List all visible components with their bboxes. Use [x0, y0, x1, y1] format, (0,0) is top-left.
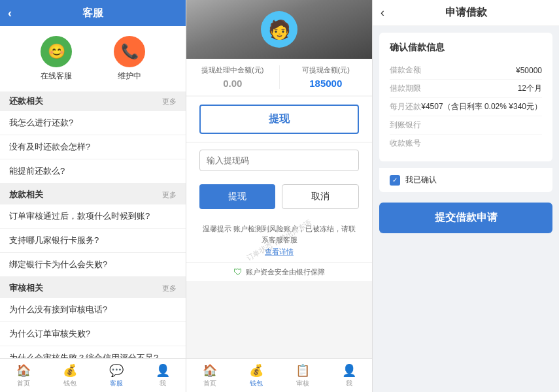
panel-customer-service: ‹ 客服 😊 在线客服 📞 维护中 还款相关 更多 我怎么进行还款? 没有及时还… — [0, 0, 186, 392]
withdraw-amounts-row: 提现处理中金额(元) 0.00 可提现金额(元) 185000 — [186, 59, 372, 95]
nav-item-cs[interactable]: 💬 客服 — [93, 359, 139, 392]
loan-header-title: 申请借款 — [445, 6, 487, 20]
cs-icons-area: 😊 在线客服 📞 维护中 — [0, 26, 186, 91]
withdraw-main-btn-area: 提现 — [186, 97, 372, 142]
withdraw-confirm-button[interactable]: 提现 — [199, 184, 275, 209]
faq-group-0: 还款相关 更多 我怎么进行还款? 没有及时还款会怎样? 能提前还款么? — [0, 91, 186, 184]
faq-item[interactable]: 支持哪几家银行卡服务? — [0, 229, 186, 253]
mid-nav-review[interactable]: 📋 审核 — [279, 359, 326, 392]
loan-account-label: 收款账号 — [390, 138, 421, 149]
cs-nav-icon: 💬 — [109, 363, 124, 378]
available-label: 可提现金额(元) — [302, 65, 350, 75]
faq-item[interactable]: 为什么会审核失败？综合信用评分不足? — [0, 346, 186, 358]
faq-group-header-1: 放款相关 更多 — [0, 185, 186, 204]
loan-header: ‹ 申请借款 — [373, 0, 559, 26]
loan-row-term: 借款期限 12个月 — [390, 80, 542, 98]
security-text: 账户资金安全由银行保障 — [246, 267, 325, 277]
loan-row-monthly: 每月还款 ¥4507（含日利率 0.02% ¥340元） — [390, 98, 542, 116]
faq-group-title-0: 还款相关 — [9, 95, 43, 107]
warning-text: 温馨提示 账户检测到风险账户，已被冻结，请联系客服客服 — [199, 223, 359, 245]
faq-group-1: 放款相关 更多 订单审核通过后，款项什么时候到账? 支持哪几家银行卡服务? 绑定… — [0, 185, 186, 277]
faq-item[interactable]: 绑定银行卡为什么会失败? — [0, 253, 186, 277]
cs-icon-maintenance[interactable]: 📞 维护中 — [114, 36, 145, 82]
middle-bottom-nav: 🏠 首页 💰 钱包 📋 审核 👤 我 — [186, 358, 372, 392]
nav-label-home: 首页 — [17, 379, 30, 388]
me-icon: 👤 — [342, 363, 356, 378]
faq-group-more-1[interactable]: 更多 — [162, 190, 177, 200]
left-panel-header: ‹ 客服 — [0, 0, 186, 26]
me-icon: 👤 — [156, 363, 170, 378]
online-cs-icon: 😊 — [41, 36, 72, 67]
wallet-header-image: 🧑 — [186, 0, 372, 59]
confirm-checkbox[interactable]: ✓ — [390, 175, 400, 186]
maintenance-cs-icon: 📞 — [114, 36, 145, 67]
faq-group-header-2: 审核相关 更多 — [0, 278, 186, 298]
maintenance-cs-label: 维护中 — [118, 71, 141, 82]
cs-icon-online[interactable]: 😊 在线客服 — [41, 36, 72, 82]
processing-value: 0.00 — [223, 78, 242, 89]
loan-monthly-value: ¥4507（含日利率 0.02% ¥340元） — [421, 101, 542, 112]
faq-group-header-0: 还款相关 更多 — [0, 91, 186, 111]
left-panel-title: 客服 — [82, 7, 103, 20]
nav-item-me[interactable]: 👤 我 — [139, 359, 186, 392]
loan-confirm-title: 确认借款信息 — [390, 42, 542, 54]
faq-item[interactable]: 为什么没有接到审核电话? — [0, 298, 186, 322]
home-icon: 🏠 — [16, 363, 31, 378]
left-bottom-nav: 🏠 首页 💰 钱包 💬 客服 👤 我 — [0, 358, 186, 392]
panel-loan-application: ‹ 申请借款 确认借款信息 借款金额 ¥50000 借款期限 12个月 每月还款… — [373, 0, 559, 392]
withdraw-action-buttons: 提现 取消 — [186, 178, 372, 216]
loan-checkbox-row: ✓ 我已确认 — [379, 168, 552, 192]
mid-nav-home[interactable]: 🏠 首页 — [186, 359, 233, 392]
loan-amount-value: ¥50000 — [516, 66, 542, 75]
loan-term-label: 借款期限 — [390, 83, 421, 94]
nav-label-wallet: 钱包 — [63, 379, 76, 388]
faq-item[interactable]: 能提前还款么? — [0, 159, 186, 184]
nav-item-home[interactable]: 🏠 首页 — [0, 359, 46, 392]
submit-loan-button[interactable]: 提交借款申请 — [379, 203, 552, 233]
avatar: 🧑 — [261, 11, 297, 48]
faq-item[interactable]: 我怎么进行还款? — [0, 111, 186, 135]
shield-icon: 🛡 — [233, 267, 243, 277]
mid-nav-home-label: 首页 — [203, 379, 216, 388]
confirm-checkbox-label: 我已确认 — [405, 174, 437, 186]
view-detail-link[interactable]: 查看详情 — [265, 248, 294, 255]
processing-label: 提现处理中金额(元) — [201, 65, 263, 75]
loan-back-icon[interactable]: ‹ — [381, 6, 384, 20]
nav-label-cs: 客服 — [110, 379, 123, 388]
loan-confirm-section: 确认借款信息 借款金额 ¥50000 借款期限 12个月 每月还款 ¥4507（… — [379, 33, 552, 161]
withdraw-code-input[interactable] — [199, 150, 359, 171]
mid-nav-wallet-label: 钱包 — [250, 379, 263, 388]
faq-item[interactable]: 为什么订单审核失败? — [0, 322, 186, 346]
faq-group-title-1: 放款相关 — [9, 189, 43, 201]
withdraw-cancel-button[interactable]: 取消 — [282, 184, 359, 209]
loan-monthly-label: 每月还款 — [390, 101, 421, 112]
faq-item[interactable]: 订单审核通过后，款项什么时候到账? — [0, 204, 186, 229]
withdraw-main-button[interactable]: 提现 — [199, 105, 359, 134]
security-notice: 🛡 账户资金安全由银行保障 — [186, 262, 372, 281]
loan-row-account: 收款账号 — [390, 135, 542, 152]
left-back-icon[interactable]: ‹ — [8, 7, 12, 20]
warning-area: 订单状态 订单出库东语 温馨提示 账户检测到风险账户，已被冻结，请联系客服客服 … — [186, 216, 372, 262]
faq-item[interactable]: 没有及时还款会怎样? — [0, 135, 186, 159]
review-icon: 📋 — [296, 363, 310, 378]
withdraw-input-area — [186, 143, 372, 178]
faq-group-title-2: 审核相关 — [9, 282, 43, 294]
loan-row-amount: 借款金额 ¥50000 — [390, 61, 542, 80]
mid-nav-me-label: 我 — [346, 379, 352, 388]
faq-group-more-2[interactable]: 更多 — [162, 284, 177, 293]
wallet-icon: 💰 — [63, 363, 77, 378]
loan-bank-label: 到账银行 — [390, 120, 421, 131]
mid-nav-review-label: 审核 — [296, 379, 309, 388]
mid-nav-wallet[interactable]: 💰 钱包 — [233, 359, 279, 392]
mid-nav-me[interactable]: 👤 我 — [326, 359, 372, 392]
wallet-icon: 💰 — [249, 363, 263, 378]
loan-term-value: 12个月 — [518, 83, 542, 94]
faq-section: 还款相关 更多 我怎么进行还款? 没有及时还款会怎样? 能提前还款么? 放款相关… — [0, 91, 186, 358]
online-cs-label: 在线客服 — [41, 71, 72, 82]
faq-group-2: 审核相关 更多 为什么没有接到审核电话? 为什么订单审核失败? 为什么会审核失败… — [0, 278, 186, 358]
available-amount: 可提现金额(元) 185000 — [279, 65, 373, 89]
home-icon: 🏠 — [203, 363, 217, 378]
faq-group-more-0[interactable]: 更多 — [162, 97, 177, 106]
nav-item-wallet[interactable]: 💰 钱包 — [46, 359, 93, 392]
loan-row-bank: 到账银行 — [390, 116, 542, 135]
